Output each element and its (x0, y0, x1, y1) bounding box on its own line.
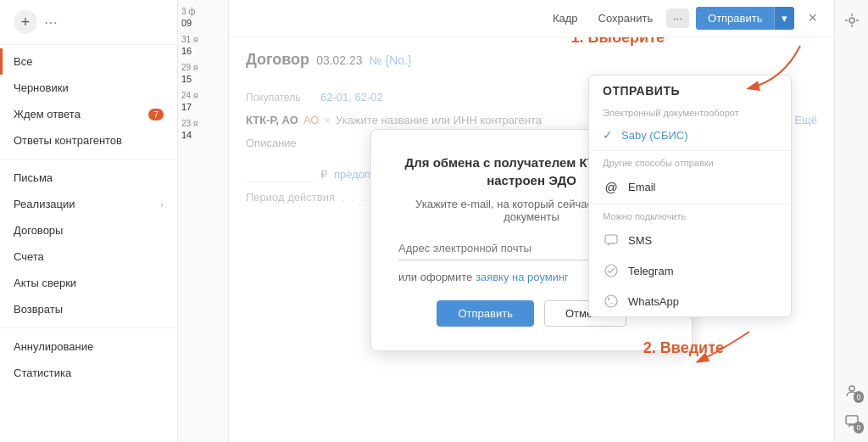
person-badge: 0 (854, 391, 863, 403)
svg-point-2 (605, 295, 617, 307)
sidebar-item-waiting[interactable]: Ждем ответа 7 (0, 101, 177, 127)
sidebar-item-drafts[interactable]: Черновики (0, 75, 177, 101)
document-area: Договор 03.02.23 № {No.} Покупатель 62-0… (229, 37, 834, 442)
sidebar-item-acts[interactable]: Акты сверки (0, 270, 177, 296)
sidebar-item-responses[interactable]: Ответы контрагентов (0, 127, 177, 154)
roaming-link[interactable]: заявку на роуминг (476, 271, 569, 283)
list-num-1: 16 (181, 46, 225, 56)
dropdown-divider-1 (589, 150, 791, 151)
filter-button[interactable]: ⋯ (44, 14, 58, 31)
list-date-1: 31 я (181, 35, 225, 44)
dropdown-menu: ОТПРАВИТЬ Электронный документооборот ✓ … (588, 75, 792, 317)
sms-label: SMS (628, 234, 652, 247)
chat-icon[interactable]: 0 (838, 408, 865, 435)
svg-point-4 (849, 386, 854, 391)
telegram-label: Telegram (628, 265, 673, 277)
list-num-2: 15 (181, 74, 225, 84)
sidebar-item-stats[interactable]: Статистика (0, 360, 177, 386)
waiting-badge: 7 (148, 109, 164, 120)
dropdown-divider-2 (589, 204, 791, 204)
email-icon: @ (603, 178, 620, 195)
list-date-4: 23 я (181, 119, 225, 128)
more-button[interactable]: ··· (666, 8, 689, 28)
list-num-0: 09 (181, 18, 225, 28)
whatsapp-label: WhatsApp (628, 295, 679, 308)
sidebar-nav: Все Черновики Ждем ответа 7 Ответы контр… (0, 45, 177, 442)
edo-section-label: Электронный документооборот (589, 103, 791, 121)
chat-badge: 0 (854, 422, 863, 434)
sidebar-top: + ⋯ (0, 0, 177, 45)
send-button[interactable]: Отправить (696, 7, 774, 30)
list-num-3: 17 (181, 102, 225, 112)
svg-point-1 (605, 265, 617, 277)
nav-divider-2 (0, 327, 177, 328)
svg-rect-0 (605, 235, 617, 243)
whatsapp-option[interactable]: WhatsApp (589, 286, 791, 316)
email-label: Email (628, 181, 656, 193)
sidebar-item-annul[interactable]: Аннулирование (0, 333, 177, 360)
sms-option[interactable]: SMS (589, 225, 791, 255)
chevron-icon: › (160, 199, 164, 210)
sidebar-item-invoices[interactable]: Счета (0, 243, 177, 270)
sidebar-item-returns[interactable]: Возвраты (0, 296, 177, 322)
network-icon[interactable] (838, 7, 865, 34)
telegram-option[interactable]: Telegram (589, 255, 791, 286)
list-date-3: 24 я (181, 91, 225, 100)
sidebar: + ⋯ Все Черновики Ждем ответа 7 Ответы к… (0, 0, 178, 442)
sms-icon (603, 232, 620, 249)
list-date-0: 3 ф (181, 7, 225, 16)
send-button-group: Отправить ▾ (696, 7, 794, 30)
other-section-label: Другие способы отправки (589, 153, 791, 171)
person-icon[interactable]: 0 (838, 378, 865, 405)
sidebar-item-letters[interactable]: Письма (0, 165, 177, 191)
send-dropdown-arrow[interactable]: ▾ (774, 7, 794, 30)
sidebar-item-contracts[interactable]: Договоры (0, 217, 177, 243)
saby-label: Saby (СБИС) (621, 129, 688, 142)
sidebar-item-realizations[interactable]: Реализации › (0, 191, 177, 217)
dropdown-header: ОТПРАВИТЬ (589, 76, 791, 103)
check-icon: ✓ (603, 128, 613, 142)
main-content: Кадр Сохранить ··· Отправить ▾ × Договор… (229, 0, 834, 442)
telegram-icon (603, 262, 620, 279)
nav-divider-1 (0, 159, 177, 159)
list-num-4: 14 (181, 130, 225, 140)
save-button[interactable]: Сохранить (592, 8, 660, 28)
sidebar-item-all[interactable]: Все (0, 48, 177, 75)
list-date-2: 29 я (181, 63, 225, 72)
kadr-button[interactable]: Кадр (546, 8, 585, 28)
add-button[interactable]: + (14, 10, 37, 34)
saby-option[interactable]: ✓ Saby (СБИС) (589, 121, 791, 148)
email-option[interactable]: @ Email (589, 171, 791, 202)
right-bar: 0 0 (834, 0, 868, 442)
close-button[interactable]: × (801, 6, 824, 31)
dialog-send-button[interactable]: Отправить (437, 300, 533, 327)
connect-section-label: Можно подключить (589, 206, 791, 225)
svg-point-3 (849, 18, 854, 23)
toolbar: Кадр Сохранить ··· Отправить ▾ × (229, 0, 834, 37)
whatsapp-icon (603, 293, 620, 310)
list-area: 3 ф 09 31 я 16 29 я 15 24 я 17 23 я 14 (178, 0, 229, 442)
link-prefix: или оформите (398, 271, 476, 283)
